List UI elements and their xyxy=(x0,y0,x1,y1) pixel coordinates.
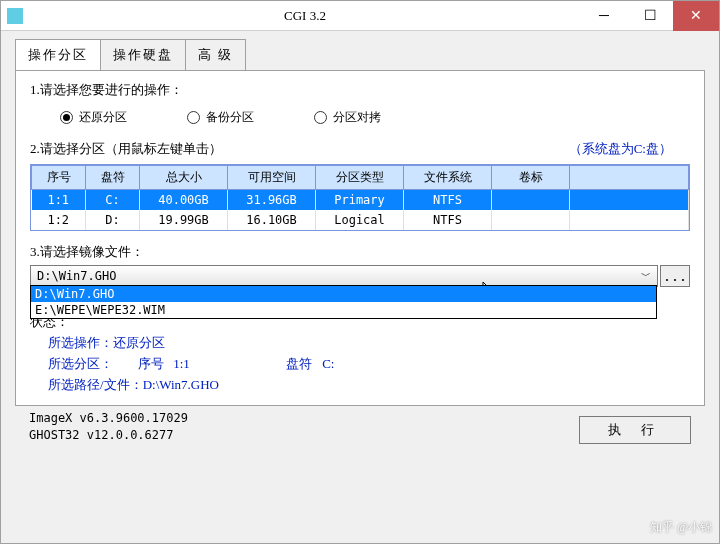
col-free: 可用空间 xyxy=(228,166,316,190)
app-window: CGI 3.2 ─ ☐ ✕ 操作分区 操作硬盘 高 级 1.请选择您要进行的操作… xyxy=(0,0,720,544)
execute-button[interactable]: 执 行 xyxy=(579,416,691,444)
window-title: CGI 3.2 xyxy=(29,8,581,24)
status-panel: 所选操作：还原分区 所选分区： 序号 1:1 盘符 C: 所选路径/文件：D:\… xyxy=(30,333,690,395)
combo-value: D:\Win7.GHO xyxy=(37,269,116,283)
radio-label: 备份分区 xyxy=(206,109,254,126)
col-label: 卷标 xyxy=(492,166,570,190)
radio-restore[interactable]: 还原分区 xyxy=(60,109,127,126)
section1-label: 1.请选择您要进行的操作： xyxy=(30,81,690,99)
dropdown-item[interactable]: D:\Win7.GHO xyxy=(31,286,656,302)
version-info: ImageX v6.3.9600.17029 GHOST32 v12.0.0.6… xyxy=(29,410,188,444)
table-header-row: 序号 盘符 总大小 可用空间 分区类型 文件系统 卷标 xyxy=(32,166,689,190)
app-icon xyxy=(7,8,23,24)
col-seq: 序号 xyxy=(32,166,86,190)
col-fs: 文件系统 xyxy=(404,166,492,190)
ghost-version: GHOST32 v12.0.0.6277 xyxy=(29,427,188,444)
section2-label: 2.请选择分区（用鼠标左键单击） xyxy=(30,140,222,158)
status-op-label: 所选操作： xyxy=(48,335,113,350)
status-part-label: 所选分区： xyxy=(48,354,113,375)
tab-disk[interactable]: 操作硬盘 xyxy=(100,39,186,70)
status-op-value: 还原分区 xyxy=(113,335,165,350)
minimize-button[interactable]: ─ xyxy=(581,1,627,31)
status-path-value: D:\Win7.GHO xyxy=(143,377,219,392)
status-drv-value: C: xyxy=(322,354,334,375)
radio-icon xyxy=(187,111,200,124)
status-path-label: 所选路径/文件： xyxy=(48,377,143,392)
maximize-button[interactable]: ☐ xyxy=(627,1,673,31)
watermark: 知乎 @小锦 xyxy=(650,519,712,536)
image-file-combo[interactable]: D:\Win7.GHO ﹀ xyxy=(30,265,658,287)
operation-radio-group: 还原分区 备份分区 分区对拷 xyxy=(30,109,690,134)
radio-label: 分区对拷 xyxy=(333,109,381,126)
tab-bar: 操作分区 操作硬盘 高 级 xyxy=(15,39,705,70)
section3-label: 3.请选择镜像文件： xyxy=(30,243,690,261)
table-row[interactable]: 1:1C: 40.00GB31.96GB PrimaryNTFS xyxy=(32,190,689,211)
titlebar: CGI 3.2 ─ ☐ ✕ xyxy=(1,1,719,31)
table-row[interactable]: 1:2D: 19.99GB16.10GB LogicalNTFS xyxy=(32,210,689,230)
content-panel: 1.请选择您要进行的操作： 还原分区 备份分区 分区对拷 2.请选择分区（用鼠标… xyxy=(15,70,705,406)
browse-button[interactable]: ... xyxy=(660,265,690,287)
imagex-version: ImageX v6.3.9600.17029 xyxy=(29,410,188,427)
dropdown-item[interactable]: E:\WEPE\WEPE32.WIM xyxy=(31,302,656,318)
radio-copy[interactable]: 分区对拷 xyxy=(314,109,381,126)
radio-icon xyxy=(314,111,327,124)
status-seq-value: 1:1 xyxy=(173,354,190,375)
radio-icon xyxy=(60,111,73,124)
col-blank xyxy=(570,166,689,190)
partition-table: 序号 盘符 总大小 可用空间 分区类型 文件系统 卷标 1:1C: xyxy=(30,164,690,231)
system-drive-hint: （系统盘为C:盘） xyxy=(569,140,672,158)
status-seq-label: 序号 xyxy=(138,354,164,375)
status-drv-label: 盘符 xyxy=(286,354,312,375)
radio-backup[interactable]: 备份分区 xyxy=(187,109,254,126)
col-ptype: 分区类型 xyxy=(316,166,404,190)
col-total: 总大小 xyxy=(140,166,228,190)
combo-dropdown: D:\Win7.GHO E:\WEPE\WEPE32.WIM xyxy=(30,285,657,319)
tab-partition[interactable]: 操作分区 xyxy=(15,39,101,70)
radio-label: 还原分区 xyxy=(79,109,127,126)
chevron-down-icon: ﹀ xyxy=(641,269,651,283)
tab-advanced[interactable]: 高 级 xyxy=(185,39,246,70)
col-drive: 盘符 xyxy=(86,166,140,190)
close-button[interactable]: ✕ xyxy=(673,1,719,31)
